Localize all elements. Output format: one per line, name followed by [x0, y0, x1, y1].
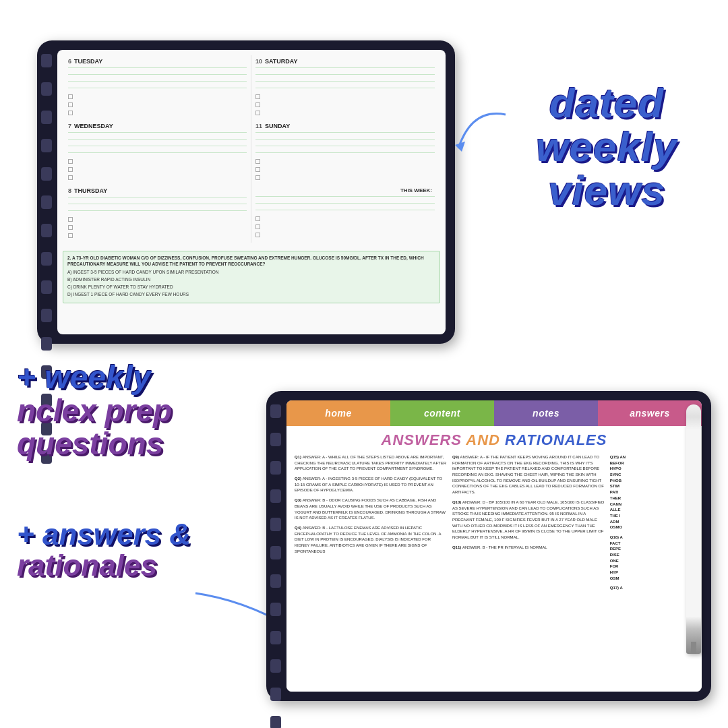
answer-q16: Q16) AFACTREPERISEONEFORHYPOSM: [610, 535, 694, 582]
day-block-sunday: 11SUNDAY: [251, 120, 439, 185]
spiral-hole: [270, 603, 281, 616]
spiral-hole: [41, 309, 52, 322]
questions-label: Questions: [17, 427, 172, 460]
spiral-hole: [41, 82, 52, 96]
plus-weekly-label: + Weekly: [17, 361, 172, 394]
spiral-hole: [270, 433, 281, 446]
tab-home[interactable]: home: [286, 400, 390, 426]
spiral-hole: [41, 252, 52, 266]
spiral-hole: [41, 280, 52, 294]
day-block-wednesday: 7WEDNESDAY: [64, 120, 251, 185]
answer-q4: Q4) ANSWER: B - LACTULOSE ENEMAS ARE ADV…: [295, 525, 447, 554]
tablet-bottom: home content notes answers ANSWERS AND R…: [266, 391, 711, 701]
answers-col-2: Q9) ANSWER: A - IF THE PATIENT KEEPS MOV…: [452, 454, 605, 595]
answers-rationales-title: ANSWERS AND RATIONALES: [295, 431, 694, 449]
this-week-block: THIS WEEK:: [251, 185, 439, 243]
this-week-label: THIS WEEK:: [255, 187, 435, 193]
spiral-hole: [41, 167, 52, 181]
answer-opt-d: D) INGEST 1 PIECE OF HARD CANDY EVERY FE…: [67, 291, 435, 297]
spiral-hole: [270, 716, 281, 728]
tablet-top: 6TUESDAY 10SATURDAY 7WEDNESDAY: [37, 40, 455, 344]
dated-weekly-views-label: DaTeDWeeklyViews: [506, 81, 708, 212]
spiral-hole: [41, 54, 52, 67]
spiral-hole: [41, 195, 52, 209]
answers-col-3: Q15) ANBEFORHYPOSYNCPHOBSTIMPATITHERCANN…: [610, 454, 694, 595]
spiral-hole: [270, 574, 281, 588]
answers-col-1: Q1) ANSWER: A - WHILE ALL OF THE STEPS L…: [295, 454, 447, 595]
answer-q15: Q15) ANBEFORHYPOSYNCPHOBSTIMPATITHERCANN…: [610, 454, 694, 530]
spiral-binding-bottom: [270, 404, 281, 728]
plus-answers-label: + answers &: [17, 519, 191, 550]
rationales-line1-label: rationales: [17, 550, 191, 581]
dated-text: DaTeDWeeklyViews: [506, 81, 708, 212]
answer-q1: Q1) ANSWER: A - WHILE ALL OF THE STEPS L…: [295, 454, 447, 472]
spiral-hole: [270, 546, 281, 559]
answer-q3: Q3) ANSWER: B - ODOR CAUSING FOODS SUCH …: [295, 497, 447, 521]
spiral-hole: [270, 688, 281, 701]
answer-q11: Q11) ANSWER: B - THE PR INTERVAL IS NORM…: [452, 545, 605, 551]
day-block-tuesday: 6TUESDAY: [64, 55, 251, 120]
spiral-hole: [270, 518, 281, 531]
spiral-hole: [270, 461, 281, 475]
arrow-top: [452, 108, 519, 164]
spiral-hole: [41, 224, 52, 237]
answers-columns: Q1) ANSWER: A - WHILE ALL OF THE STEPS L…: [295, 454, 694, 595]
question-box: 2. A 73-YR OLD DIABETIC WOMAN C/O OF DIZ…: [63, 251, 440, 303]
spiral-hole: [270, 404, 281, 418]
weekly-nclex-label: + Weekly nclex prep Questions: [17, 361, 172, 460]
answer-q10: Q10) ANSWER: D - BP 165/100 IN A 60 YEAR…: [452, 499, 605, 541]
day-block-saturday: 10SATURDAY: [251, 55, 439, 120]
spiral-hole: [270, 631, 281, 644]
spiral-hole: [41, 337, 52, 351]
tab-notes[interactable]: notes: [494, 400, 598, 426]
planner-grid: 6TUESDAY 10SATURDAY 7WEDNESDAY: [57, 50, 446, 248]
answer-opt-c: C) DRINK PLENTY OF WATER TO STAY HYDRATE…: [67, 284, 435, 290]
spiral-hole: [270, 489, 281, 503]
answers-rationales-label: + answers & rationales: [17, 519, 191, 581]
spiral-hole: [270, 659, 281, 673]
nclex-label: nclex prep: [17, 394, 172, 427]
spiral-hole: [41, 139, 52, 152]
planner-screen: 6TUESDAY 10SATURDAY 7WEDNESDAY: [57, 50, 446, 334]
apple-pencil: [686, 404, 701, 654]
nav-tabs: home content notes answers: [286, 400, 702, 426]
answer-q2: Q2) ANSWER: A - INGESTING 3-5 PIECES OF …: [295, 476, 447, 493]
answers-area: ANSWERS AND RATIONALES Q1) ANSWER: A - W…: [286, 426, 702, 692]
question-text: 2. A 73-YR OLD DIABETIC WOMAN C/O OF DIZ…: [67, 255, 435, 267]
answer-opt-a: A) INGEST 3-5 PIECES OF HARD CANDY UPON …: [67, 269, 435, 275]
answer-q17: Q17) A: [610, 585, 694, 591]
answer-opt-b: B) ADMINISTER RAPID ACTING INSULIN: [67, 276, 435, 282]
day-block-thursday: 8THURSDAY: [64, 185, 251, 243]
answer-q9: Q9) ANSWER: A - IF THE PATIENT KEEPS MOV…: [452, 454, 605, 495]
answers-screen: home content notes answers ANSWERS AND R…: [286, 400, 702, 692]
tab-content[interactable]: content: [390, 400, 494, 426]
spiral-hole: [41, 111, 52, 124]
